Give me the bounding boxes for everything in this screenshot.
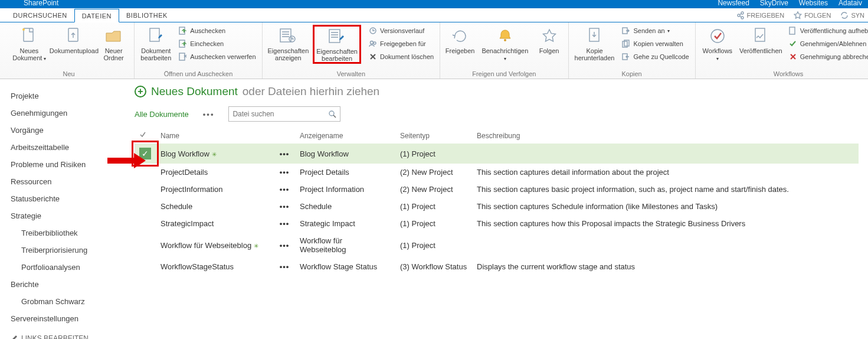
row-menu-ellipsis[interactable]: ••• [274,258,295,275]
action-folgen[interactable]: FOLGEN [794,11,831,19]
cell-name[interactable]: StrategicImpact [156,215,274,232]
nav-treiberprio[interactable]: Treiberpriorisierung [11,242,127,259]
tab-durchsuchen[interactable]: DURCHSUCHEN [6,8,74,22]
row-menu-ellipsis[interactable]: ••• [274,215,295,232]
version-history-button[interactable]: Versionsverlauf [366,25,436,37]
unpublish-button[interactable]: Veröffentlichung aufheben [786,25,868,37]
group-title: Verwalten [266,69,437,77]
suite-user-label[interactable]: Adataiv [838,0,862,7]
row-checkbox[interactable] [135,232,156,258]
view-menu-ellipsis[interactable]: ••• [203,110,215,119]
approve-reject-button[interactable]: Genehmigen/Ablehnen [786,38,868,50]
workflows-button[interactable]: Workflows ▾ [699,25,736,63]
edit-properties-button[interactable]: Eigenschaften bearbeiten [313,25,361,64]
send-to-button[interactable]: Senden an ▾ [619,25,691,37]
nav-ressourcen[interactable]: Ressourcen [11,173,127,190]
check-in-button[interactable]: Einchecken [176,38,258,50]
nav-grobman[interactable]: Grobman Schwarz [11,293,127,310]
cell-name[interactable]: Schedule [156,198,274,215]
action-freigeben[interactable]: FREIGEBEN [736,11,785,19]
search-input[interactable] [229,107,325,121]
publish-button[interactable]: Veröffentlichen [738,25,784,56]
delete-document-button[interactable]: Dokument löschen [366,51,436,63]
download-copy-button[interactable]: Kopie herunterladen [572,25,617,63]
tab-dateien[interactable]: DATEIEN [74,9,119,22]
suite-link-skydrive[interactable]: SkyDrive [760,0,788,7]
alert-button[interactable]: Benachrichtigen ▾ [479,25,531,63]
cell-name[interactable]: WorkflowStageStatus [156,258,274,275]
table-row[interactable]: Workflow für Webseiteblog✳•••Workflow fü… [135,232,859,258]
cell-description: This section captures detail information… [472,164,859,181]
row-menu-ellipsis[interactable]: ••• [274,198,295,215]
ribbon-group-workflows: Workflows ▾ Veröffentlichen Veröffentlic… [696,22,868,79]
go-to-source-button[interactable]: Gehe zu Quellcode [619,51,691,63]
edit-document-button[interactable]: Dokument bearbeiten [138,25,173,63]
cell-name[interactable]: Blog Workflow✳ [156,144,274,164]
nav-genehmigungen[interactable]: Genehmigungen [11,105,127,122]
follow-button[interactable]: Folgen [534,25,565,56]
cell-name[interactable]: ProjectDetails [156,164,274,181]
row-menu-ellipsis[interactable]: ••• [274,181,295,198]
row-menu-ellipsis[interactable]: ••• [274,144,295,164]
row-checkbox[interactable] [135,198,156,215]
cancel-approval-button[interactable]: Genehmigung abbrechen [786,51,868,63]
btn-label: Neuer Ordner [99,47,128,61]
shared-with-button[interactable]: Freigegeben für [366,38,436,50]
cell-name[interactable]: Workflow für Webseiteblog✳ [156,232,274,258]
col-display[interactable]: Anzeigename [295,128,395,144]
cell-name[interactable]: ProjectInformation [156,181,274,198]
table-row[interactable]: ProjectInformation•••Project Information… [135,181,859,198]
table-row[interactable]: StrategicImpact•••Strategic Impact(1) Pr… [135,215,859,232]
plus-icon[interactable]: + [135,86,146,97]
upload-document-button[interactable]: Dokumentupload [54,25,94,56]
suite-link-websites[interactable]: Websites [799,0,828,7]
table-row[interactable]: WorkflowStageStatus•••Workflow Stage Sta… [135,258,859,275]
col-pagetype[interactable]: Seitentyp [395,128,472,144]
nav-projekte[interactable]: Projekte [11,87,127,105]
row-checkbox[interactable] [135,258,156,275]
new-document-button[interactable]: Neues Dokument ▾ [7,25,51,63]
col-name[interactable]: Name [156,128,274,144]
group-title: Neu [7,69,130,77]
col-check[interactable] [135,128,156,144]
view-properties-button[interactable]: Eigenschaften anzeigen [266,25,311,63]
svg-rect-6 [150,28,159,41]
cell-displayname: Project Details [295,164,395,181]
bell-icon [495,26,515,46]
share-button[interactable]: Freigeben [444,25,476,56]
suite-link-newsfeed[interactable]: Newsfeed [718,0,749,7]
edit-links-button[interactable]: LINKS BEARBEITEN [11,334,127,339]
btn-label: Workflows [703,47,733,54]
action-sync[interactable]: SYN [840,11,864,19]
view-name[interactable]: Alle Dokumente [135,110,189,119]
manage-copies-button[interactable]: Kopien verwalten [619,38,691,50]
btn-label: Senden an [633,27,664,34]
publish-icon [751,26,771,46]
row-checkbox[interactable] [135,215,156,232]
table-row[interactable]: ProjectDetails•••Project Details(2) New … [135,164,859,181]
new-folder-button[interactable]: Neuer Ordner [97,25,130,63]
discard-checkout-button[interactable]: Auschecken verwerfen [176,51,258,63]
nav-treiberbib[interactable]: Treiberbibliothek [11,224,127,242]
btn-label: Genehmigung abbrechen [800,53,868,60]
ribbon-group-manage: Eigenschaften anzeigen Eigenschaften bea… [263,22,441,79]
table-row[interactable]: ✓Blog Workflow✳•••Blog Workflow(1) Proje… [135,144,859,164]
table-row[interactable]: Schedule•••Schedule(1) ProjectThis secti… [135,198,859,215]
nav-status[interactable]: Statusberichte [11,190,127,207]
nav-strategie[interactable]: Strategie [11,207,127,224]
row-menu-ellipsis[interactable]: ••• [274,164,295,181]
col-description[interactable]: Beschreibung [472,128,859,144]
check-out-button[interactable]: Auschecken [176,25,258,37]
nav-vorgaenge[interactable]: Vorgänge [11,122,127,139]
tab-bibliothek[interactable]: BIBLIOTHEK [119,8,175,22]
row-menu-ellipsis[interactable]: ••• [274,232,295,258]
cancel-icon [788,52,798,61]
row-checkbox[interactable] [135,181,156,198]
nav-portfolio[interactable]: Portfolioanalysen [11,259,127,276]
new-document-link[interactable]: Neues Dokument [151,85,238,98]
properties-view-icon [278,26,298,46]
nav-server[interactable]: Servereinstellungen [11,310,127,327]
nav-berichte[interactable]: Berichte [11,276,127,293]
search-button[interactable] [325,107,340,121]
btn-label: Auschecken [190,27,225,34]
